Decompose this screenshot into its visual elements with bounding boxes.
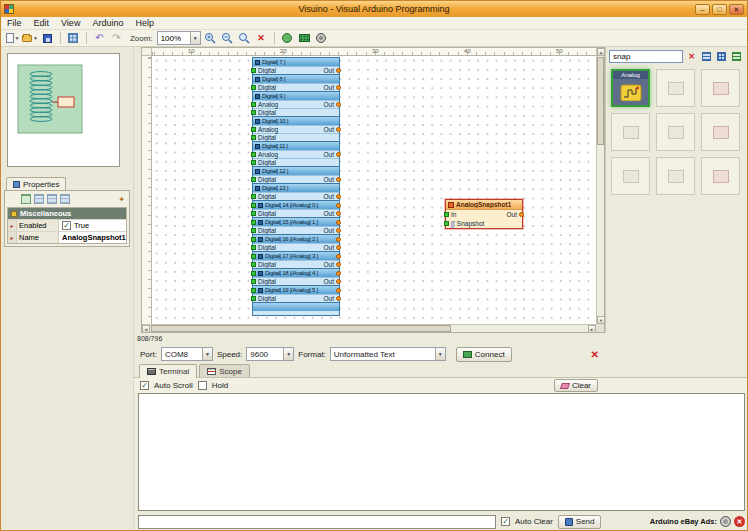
output-pin-icon[interactable] [336, 102, 341, 107]
pin-block[interactable]: Digital[ 19 ]/Analog[ 5 ]DigitalOut [252, 285, 340, 303]
output-pin-icon[interactable] [336, 68, 341, 73]
palette-item[interactable] [701, 157, 740, 195]
input-pin-icon[interactable] [251, 237, 256, 242]
output-pin-icon[interactable] [336, 237, 341, 242]
grid-view-button[interactable] [715, 50, 728, 63]
pin-panel-icon[interactable]: ✦ [118, 195, 125, 204]
enabled-checkbox[interactable] [62, 221, 71, 230]
sort-alpha-icon[interactable] [34, 194, 44, 204]
scroll-left-icon[interactable]: ◄ [142, 325, 150, 333]
disconnect-icon[interactable]: ✕ [591, 349, 599, 360]
scroll-down-icon[interactable]: ▼ [597, 316, 605, 324]
input-pin-icon[interactable] [251, 85, 256, 90]
pin-block[interactable]: Digital[ 15 ]/Analog[ 1 ]DigitalOut [252, 217, 340, 235]
scroll-up-icon[interactable]: ▲ [597, 48, 605, 56]
output-pin-icon[interactable] [336, 262, 341, 267]
clear-search-button[interactable]: ✕ [685, 50, 698, 63]
arduino-board-button[interactable] [297, 31, 312, 46]
input-pin-icon[interactable] [251, 160, 256, 165]
pin-block[interactable]: Digital[ 14 ]/Analog[ 0 ]DigitalOut [252, 200, 340, 218]
property-value[interactable]: True [59, 220, 126, 231]
input-pin-icon[interactable] [251, 177, 256, 182]
collapse-all-icon[interactable] [60, 194, 70, 204]
menu-item-file[interactable]: File [1, 17, 28, 29]
ads-settings-icon[interactable] [720, 516, 731, 527]
port-select[interactable]: COM8 ▼ [161, 347, 213, 361]
input-pin-icon[interactable] [251, 211, 256, 216]
board-view-button[interactable] [66, 31, 81, 46]
input-pin-icon[interactable] [251, 262, 256, 267]
new-button[interactable]: ▼ [5, 31, 20, 46]
input-pin-icon[interactable] [251, 102, 256, 107]
component-header[interactable]: AnalogSnapshot1 [446, 200, 522, 210]
input-pin-icon[interactable] [251, 194, 256, 199]
vertical-scrollbar[interactable]: ▲ ▼ [596, 48, 604, 324]
pin-block[interactable]: Digital[ 17 ]/Analog[ 3 ]DigitalOut [252, 251, 340, 269]
expand-all-icon[interactable] [47, 194, 57, 204]
open-button[interactable]: ▼ [22, 31, 38, 46]
minimize-button[interactable]: – [695, 4, 710, 15]
hold-checkbox[interactable] [198, 381, 207, 390]
palette-item[interactable] [656, 113, 695, 151]
search-input[interactable] [609, 50, 683, 63]
input-pin-icon[interactable] [251, 127, 256, 132]
pin-block[interactable]: Digital[ 16 ]/Analog[ 2 ]DigitalOut [252, 234, 340, 252]
auto-scroll-checkbox[interactable] [140, 381, 149, 390]
connect-button[interactable]: Connect [456, 347, 512, 362]
settings-button[interactable] [314, 31, 329, 46]
palette-item-selected[interactable]: Analog [611, 69, 650, 107]
terminal-output[interactable] [138, 393, 745, 511]
component-analogsnapshot1[interactable]: AnalogSnapshot1 In Out ∫∫ Snapshot [445, 199, 523, 229]
design-canvas[interactable]: Digital[ 7 ]DigitalOutDigital[ 8 ]Digita… [152, 56, 596, 324]
tab-terminal[interactable]: Terminal [139, 364, 197, 378]
input-pin-icon[interactable] [251, 288, 256, 293]
web-button[interactable] [280, 31, 295, 46]
pin-block[interactable]: Digital[ 18 ]/Analog[ 4 ]DigitalOut [252, 268, 340, 286]
output-pin-icon[interactable] [336, 127, 341, 132]
input-pin-icon[interactable] [251, 245, 256, 250]
output-pin-icon[interactable] [336, 271, 341, 276]
output-pin-icon[interactable] [336, 228, 341, 233]
zoom-out-button[interactable] [220, 31, 235, 46]
input-pin-icon[interactable] [251, 271, 256, 276]
input-pin-icon[interactable] [444, 212, 449, 217]
menu-item-help[interactable]: Help [129, 17, 160, 29]
zoom-in-button[interactable] [203, 31, 218, 46]
list-view-button[interactable] [700, 50, 713, 63]
palette-item[interactable] [701, 113, 740, 151]
output-pin-icon[interactable] [336, 279, 341, 284]
save-button[interactable] [40, 31, 55, 46]
input-pin-icon[interactable] [251, 68, 256, 73]
input-pin-icon[interactable] [251, 254, 256, 259]
input-pin-icon[interactable] [251, 220, 256, 225]
property-category-row[interactable]: Miscellaneous [8, 208, 126, 219]
output-pin-icon[interactable] [336, 254, 341, 259]
palette-item[interactable] [611, 157, 650, 195]
send-input[interactable] [138, 515, 496, 529]
output-pin-icon[interactable] [336, 245, 341, 250]
auto-clear-checkbox[interactable] [501, 517, 510, 526]
output-pin-icon[interactable] [336, 220, 341, 225]
output-pin-icon[interactable] [519, 212, 524, 217]
pin-block[interactable]: Digital[ 11 ]AnalogOutDigital [252, 141, 340, 167]
input-pin-icon[interactable] [251, 135, 256, 140]
input-pin-icon[interactable] [251, 228, 256, 233]
pin-block[interactable]: Digital[ 7 ]DigitalOut [252, 57, 340, 75]
ads-close-icon[interactable]: ✕ [734, 516, 745, 527]
input-pin-icon[interactable] [251, 203, 256, 208]
pin-block[interactable]: Digital[ 8 ]DigitalOut [252, 74, 340, 92]
output-pin-icon[interactable] [336, 288, 341, 293]
pin-block[interactable]: Digital[ 9 ]AnalogOutDigital [252, 91, 340, 117]
close-button[interactable]: ✕ [729, 4, 744, 15]
sort-categories-icon[interactable] [21, 194, 31, 204]
output-pin-icon[interactable] [336, 177, 341, 182]
menu-item-edit[interactable]: Edit [28, 17, 56, 29]
output-pin-icon[interactable] [336, 152, 341, 157]
pin-block[interactable]: Digital[ 12 ]DigitalOut [252, 166, 340, 184]
format-select[interactable]: Unformatted Text ▼ [330, 347, 446, 361]
design-preview[interactable] [7, 53, 120, 167]
pin-block[interactable]: Digital[ 10 ]AnalogOutDigital [252, 116, 340, 142]
send-button[interactable]: Send [558, 515, 602, 529]
palette-item[interactable] [611, 113, 650, 151]
scroll-thumb[interactable] [597, 57, 604, 145]
